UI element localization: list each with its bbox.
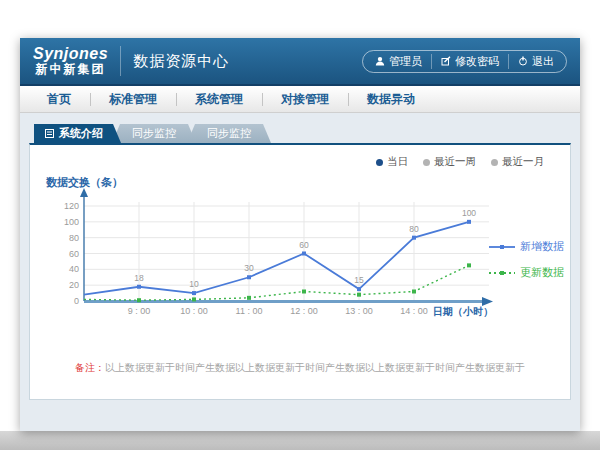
user-menu: 管理员修改密码退出 [362,50,567,73]
power-icon [518,56,528,66]
x-tick-label: 10 : 00 [180,306,208,316]
data-point-label: 10 [189,279,199,289]
edit-icon [441,56,451,66]
y-tick-label: 40 [69,264,79,274]
y-axis-arrow [80,188,88,197]
x-tick-label: 12 : 00 [290,306,318,316]
app-header: Synjones 新中新集团 数据资源中心 管理员修改密码退出 [20,38,580,86]
user-button[interactable]: 管理员 [366,54,431,69]
tab-label: 系统介绍 [59,124,103,143]
data-point-marker [137,298,141,302]
y-tick-label: 0 [74,296,79,306]
legend-line-sample [489,242,515,252]
data-point-marker [302,252,306,256]
legend-item[interactable]: 新增数据 [489,239,564,254]
document-icon [45,129,54,138]
tab-bar: 系统介绍同步监控同步监控 [34,124,571,143]
data-point-marker [302,290,306,294]
data-point-marker [192,291,196,295]
logo-title: Synjones [33,45,108,63]
main-nav: 首页标准管理系统管理对接管理数据异动 [20,86,580,113]
range-option[interactable]: 当日 [376,155,408,169]
x-tick-label: 14 : 00 [400,306,428,316]
data-point-label: 18 [134,273,144,283]
x-axis-title: 日期（小时） [433,306,493,317]
y-tick-label: 20 [69,280,79,290]
y-tick-label: 60 [69,249,79,259]
radio-icon [491,159,498,166]
nav-item[interactable]: 标准管理 [90,86,176,112]
change-password-button[interactable]: 修改密码 [431,54,508,69]
app-window: Synjones 新中新集团 数据资源中心 管理员修改密码退出 首页标准管理系统… [20,38,580,431]
synjones-logo: Synjones 新中新集团 [33,45,108,77]
user-icon [375,56,385,66]
range-option-label: 最近一月 [502,155,544,169]
data-point-label: 60 [299,240,309,250]
legend-line-sample [489,268,515,278]
footnote: 备注：以上数据更新于时间产生数据以上数据更新于时间产生数据以上数据更新于时间产生… [30,361,570,375]
range-selector: 当日最近一周最近一月 [376,155,544,169]
nav-item[interactable]: 首页 [28,86,90,112]
tab-active[interactable]: 系统介绍 [34,124,121,143]
data-point-label: 15 [354,275,364,285]
data-point-label: 80 [409,224,419,234]
legend-label: 新增数据 [520,239,564,254]
nav-item[interactable]: 数据异动 [348,86,434,112]
data-point-marker [357,293,361,297]
range-option[interactable]: 最近一月 [491,155,544,169]
desktop-bottom-band [0,431,600,450]
x-tick-label: 9 : 00 [128,306,151,316]
data-point-marker [247,275,251,279]
header-divider [120,46,121,76]
data-point-marker [192,297,196,301]
data-point-marker [467,263,471,267]
data-point-marker [412,236,416,240]
y-tick-label: 100 [64,217,79,227]
range-option-label: 当日 [387,155,408,169]
user-menu-label: 管理员 [389,54,422,69]
data-point-marker [247,296,251,300]
chart-legend: 新增数据更新数据 [489,239,564,280]
series-line-updated-data [84,265,469,300]
nav-item[interactable]: 系统管理 [176,86,262,112]
content-area: 系统介绍同步监控同步监控 当日最近一周最近一月 数据交换（条） 9 : 0010… [20,113,580,431]
logo-subtitle: 新中新集团 [33,63,108,77]
x-tick-label: 13 : 00 [345,306,373,316]
y-tick-label: 80 [69,233,79,243]
data-point-marker [412,290,416,294]
logout-button[interactable]: 退出 [508,54,563,69]
tab-label: 同步监控 [132,127,176,139]
radio-icon [376,159,383,166]
data-point-label: 100 [462,208,476,218]
data-point-marker [467,220,471,224]
tab-label: 同步监控 [207,127,251,139]
legend-item[interactable]: 更新数据 [489,265,564,280]
data-point-label: 30 [244,263,254,273]
footnote-prefix: 备注： [75,362,105,373]
user-menu-label: 修改密码 [455,54,499,69]
tab-inactive[interactable]: 同步监控 [112,124,196,143]
range-option[interactable]: 最近一周 [423,155,476,169]
content-panel: 当日最近一周最近一月 数据交换（条） 9 : 0010 : 0011 : 001… [29,143,571,400]
page-title: 数据资源中心 [133,52,229,71]
data-point-marker [357,287,361,291]
data-point-marker [137,285,141,289]
nav-item[interactable]: 对接管理 [262,86,348,112]
legend-label: 更新数据 [520,265,564,280]
user-menu-label: 退出 [532,54,554,69]
x-axis-arrow [482,297,493,306]
range-option-label: 最近一周 [434,155,476,169]
footnote-text: 以上数据更新于时间产生数据以上数据更新于时间产生数据以上数据更新于时间产生数据更… [105,362,525,373]
radio-icon [423,159,430,166]
x-tick-label: 11 : 00 [236,306,263,316]
tab-inactive[interactable]: 同步监控 [187,124,271,143]
y-tick-label: 120 [64,201,79,211]
line-chart: 9 : 0010 : 0011 : 0012 : 0013 : 0014 : 0… [38,183,528,323]
